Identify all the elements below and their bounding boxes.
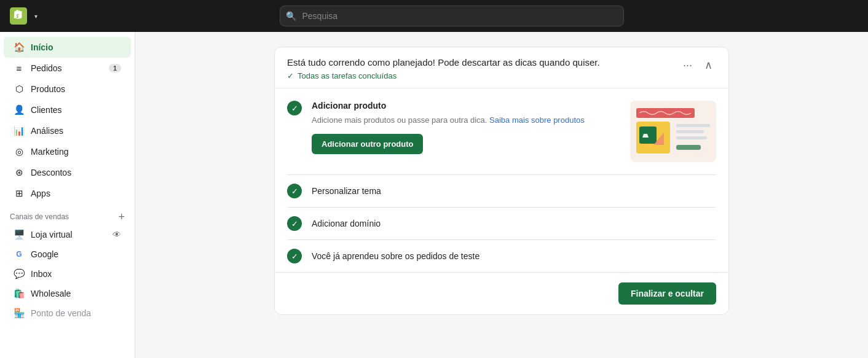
task-add-product: ✓ Adicionar produto Adicione mais produt… bbox=[287, 88, 716, 175]
sidebar-item-clientes[interactable]: 👤 Clientes bbox=[4, 99, 131, 120]
layout: 🏠 Início ≡ Pedidos 1 ⬡ Produtos 👤 Client… bbox=[0, 32, 868, 358]
sidebar-item-pedidos-label: Pedidos bbox=[31, 63, 62, 73]
marketing-icon: ◎ bbox=[14, 146, 25, 157]
task-add-product-desc: Adicione mais produtos ou passe para out… bbox=[312, 114, 620, 126]
task-add-product-content: Adicionar produto Adicione mais produtos… bbox=[312, 101, 620, 154]
collapse-button[interactable]: ∧ bbox=[701, 57, 716, 73]
sidebar-item-ponto-de-venda[interactable]: 🏪 Ponto de venda bbox=[4, 303, 131, 323]
clients-icon: 👤 bbox=[14, 104, 25, 115]
store-selector[interactable]: ▾ bbox=[34, 13, 37, 20]
shopify-logo bbox=[10, 7, 27, 25]
task-add-product-action: Adicionar outro produto bbox=[312, 134, 620, 154]
sidebar-item-wholesale[interactable]: 🛍️ Wholesale bbox=[4, 284, 131, 303]
sidebar-item-google[interactable]: G Google bbox=[4, 244, 131, 264]
task-check-test-orders: ✓ bbox=[287, 249, 302, 263]
google-icon: G bbox=[14, 249, 25, 260]
sidebar-item-inicio[interactable]: 🏠 Início bbox=[4, 37, 131, 58]
sidebar-item-loja-virtual-label: Loja virtual bbox=[31, 230, 73, 239]
svg-rect-4 bbox=[639, 126, 657, 144]
pedidos-badge: 1 bbox=[109, 64, 121, 72]
sidebar-item-apps[interactable]: ⊞ Apps bbox=[4, 183, 131, 204]
task-test-orders-title: Você já aprendeu sobre os pedidos de tes… bbox=[312, 251, 479, 261]
products-icon: ⬡ bbox=[14, 84, 25, 95]
sidebar-item-descontos[interactable]: ⊛ Descontos bbox=[4, 162, 131, 183]
sidebar: 🏠 Início ≡ Pedidos 1 ⬡ Produtos 👤 Client… bbox=[0, 32, 135, 358]
sidebar-item-marketing-label: Marketing bbox=[31, 147, 68, 157]
task-check-add-product: ✓ bbox=[287, 101, 302, 115]
task-test-orders: ✓ Você já aprendeu sobre os pedidos de t… bbox=[287, 240, 716, 272]
sidebar-item-apps-label: Apps bbox=[31, 189, 50, 198]
tasks-done-label: ✓ Todas as tarefas concluídas bbox=[287, 71, 679, 80]
svg-rect-7 bbox=[676, 136, 707, 139]
sidebar-item-pedidos[interactable]: ≡ Pedidos 1 bbox=[4, 58, 131, 79]
sales-channels-header: Canais de vendas + bbox=[0, 204, 135, 225]
card-header-left: Está tudo correndo como planejado! Pode … bbox=[287, 57, 679, 80]
sidebar-item-wholesale-label: Wholesale bbox=[31, 289, 71, 298]
task-personalize-theme: ✓ Personalizar tema bbox=[287, 175, 716, 208]
check-icon: ✓ bbox=[291, 252, 298, 261]
sidebar-item-google-label: Google bbox=[31, 249, 58, 259]
all-tasks-text: Todas as tarefas concluídas bbox=[298, 71, 397, 80]
sidebar-item-clientes-label: Clientes bbox=[31, 105, 62, 115]
sidebar-item-loja-virtual[interactable]: 🖥️ Loja virtual 👁 bbox=[4, 225, 131, 244]
sales-channels-label: Canais de vendas bbox=[10, 212, 69, 221]
card-title: Está tudo correndo como planejado! Pode … bbox=[287, 57, 679, 68]
home-icon: 🏠 bbox=[14, 42, 25, 53]
svg-rect-5 bbox=[676, 124, 710, 127]
wholesale-icon: 🛍️ bbox=[14, 288, 25, 299]
sidebar-item-produtos[interactable]: ⬡ Produtos bbox=[4, 79, 131, 99]
loja-virtual-icon: 🖥️ bbox=[14, 229, 25, 240]
svg-rect-8 bbox=[676, 145, 701, 150]
onboarding-card: Está tudo correndo como planejado! Pode … bbox=[274, 47, 729, 315]
main-content: Está tudo correndo como planejado! Pode … bbox=[135, 32, 868, 358]
task-section: ✓ Adicionar produto Adicione mais produt… bbox=[275, 88, 728, 272]
add-another-product-button[interactable]: Adicionar outro produto bbox=[312, 134, 423, 154]
sidebar-item-analises[interactable]: 📊 Análises bbox=[4, 120, 131, 141]
sidebar-item-descontos-label: Descontos bbox=[31, 168, 71, 177]
chevron-down-icon: ▾ bbox=[34, 13, 37, 20]
inbox-icon: 💬 bbox=[14, 268, 25, 279]
sidebar-item-analises-label: Análises bbox=[31, 126, 63, 136]
check-icon: ✓ bbox=[291, 187, 298, 196]
product-thumbnail bbox=[630, 101, 716, 162]
search-input[interactable] bbox=[280, 6, 624, 26]
sidebar-item-produtos-label: Produtos bbox=[31, 84, 65, 94]
finalize-button[interactable]: Finalizar e ocultar bbox=[618, 282, 716, 305]
search-icon: 🔍 bbox=[286, 11, 296, 21]
sidebar-item-inicio-label: Início bbox=[31, 42, 53, 52]
task-check-domain: ✓ bbox=[287, 216, 302, 231]
pos-icon: 🏪 bbox=[14, 308, 25, 319]
card-footer: Finalizar e ocultar bbox=[275, 272, 728, 314]
task-check-personalize: ✓ bbox=[287, 184, 302, 198]
check-icon: ✓ bbox=[291, 104, 298, 113]
more-options-button[interactable]: ··· bbox=[679, 58, 696, 73]
add-sales-channel-button[interactable]: + bbox=[118, 211, 125, 222]
discounts-icon: ⊛ bbox=[14, 167, 25, 178]
sidebar-item-inbox[interactable]: 💬 Inbox bbox=[4, 264, 131, 284]
task-add-domain-title: Adicionar domínio bbox=[312, 219, 381, 228]
sidebar-item-inbox-label: Inbox bbox=[31, 269, 52, 279]
topbar: ▾ 🔍 bbox=[0, 0, 868, 32]
sidebar-item-ponto-de-venda-label: Ponto de venda bbox=[31, 308, 91, 318]
svg-rect-6 bbox=[676, 130, 704, 133]
task-add-domain: ✓ Adicionar domínio bbox=[287, 208, 716, 240]
analytics-icon: 📊 bbox=[14, 125, 25, 136]
card-header-actions: ··· ∧ bbox=[679, 57, 716, 73]
apps-icon: ⊞ bbox=[14, 188, 25, 199]
check-icon: ✓ bbox=[287, 71, 294, 80]
eye-icon[interactable]: 👁 bbox=[112, 230, 121, 239]
task-add-product-link[interactable]: Saiba mais sobre produtos bbox=[489, 115, 585, 125]
card-header: Está tudo correndo como planejado! Pode … bbox=[275, 47, 728, 88]
search-bar: 🔍 bbox=[280, 6, 624, 26]
check-icon: ✓ bbox=[291, 219, 298, 228]
orders-icon: ≡ bbox=[14, 63, 25, 74]
task-personalize-title: Personalizar tema bbox=[312, 186, 381, 196]
task-add-product-title: Adicionar produto bbox=[312, 101, 620, 111]
sidebar-item-marketing[interactable]: ◎ Marketing bbox=[4, 141, 131, 162]
